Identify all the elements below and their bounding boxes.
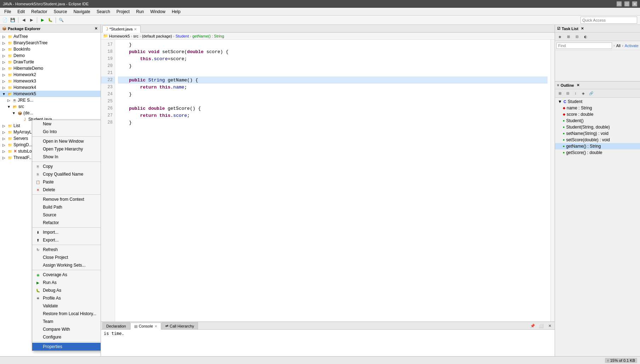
ctx-export[interactable]: ⬆ Export... [32,236,101,244]
tree-homework3[interactable]: ▷ 📁 Homework3 [0,78,101,84]
tree-hibernatedemo[interactable]: ▷ 📁 HibernateDemo [0,65,101,72]
menu-project[interactable]: Project [114,8,132,15]
ctx-build-path[interactable]: Build Path ▶ [32,203,101,211]
console-close-btn[interactable]: ✕ [546,322,553,329]
ctx-remove-from-context[interactable]: Remove from Context Ctrl+Alt+Shift+Down [32,195,101,203]
breadcrumb-part-0[interactable]: 📁 [103,34,108,38]
toolbar-save-btn[interactable]: 💾 [9,17,16,24]
task-all-label[interactable]: All [616,44,621,48]
ctx-open-type-hierarchy[interactable]: Open Type Hierarchy F4 [32,145,101,153]
menu-refactor[interactable]: Refactor [28,8,50,15]
tree-avltree[interactable]: ▷ 📁 AvlTree [0,33,101,40]
breadcrumb-method[interactable]: getName() : String [192,34,224,38]
editor-scrollbar[interactable] [550,40,555,322]
ctx-coverage-as[interactable]: ◉ Coverage As ▶ [32,271,101,279]
outline-score-field[interactable]: ◆ score : double [555,111,640,118]
ctx-paste[interactable]: 📋 Paste Ctrl+V [32,178,101,186]
ctx-profile-as[interactable]: ✳ Profile As ▶ [32,294,101,302]
menu-search[interactable]: Search [94,8,113,15]
ctx-copy-qualified-name[interactable]: ⎘ Copy Qualified Name [32,170,101,178]
outline-getscore[interactable]: ● getScore() : double [555,149,640,156]
ctx-delete[interactable]: ✕ Delete Delete [32,186,101,194]
ctx-compare-with[interactable]: Compare With ▶ [32,325,101,333]
console-tab-close[interactable]: ✕ [154,324,157,328]
menu-edit[interactable]: Edit [15,8,28,15]
ctx-refactor[interactable]: Refactor Alt+Shift+T › [32,219,101,227]
quick-access-input[interactable] [582,18,635,22]
ctx-properties[interactable]: Properties Alt+Enter [32,343,101,351]
tree-jre[interactable]: ▷ ☕ JRE S... [0,97,101,103]
tree-src[interactable]: ▼ 📂 src [0,103,101,110]
package-explorer-close[interactable]: ✕ [94,26,98,31]
ctx-refresh[interactable]: ↻ Refresh F5 [32,246,101,254]
tree-homework2[interactable]: ▷ 📁 Homework2 [0,72,101,78]
breadcrumb-hw5[interactable]: Homework5 [109,34,130,38]
tree-homework5[interactable]: ▼ 📂 Homework5 [0,91,101,97]
ctx-new[interactable]: New ▶ [32,120,101,128]
outline-name-field[interactable]: ◆ name : String [555,105,640,111]
ctx-source[interactable]: Source Alt+Shift+S › [32,211,101,219]
outline-setscore[interactable]: ● setScore(double) : void [555,137,640,143]
status-memory[interactable]: ↑ 15% of 0.1 KB [605,358,637,363]
tree-drawturtle[interactable]: ▷ 📁 DrawTurtle [0,59,101,65]
outline-toolbar-btn-3[interactable]: ↕ [572,90,579,97]
tab-declaration[interactable]: Declaration [102,322,130,329]
menu-file[interactable]: File [1,8,14,15]
menu-help[interactable]: Help [169,8,183,15]
task-activate-label[interactable]: Activate [625,44,639,48]
console-pin-btn[interactable]: 📌 [529,322,536,329]
tree-homework4[interactable]: ▷ 📁 Homework4 [0,84,101,91]
outline-constructor-0[interactable]: ● Student() [555,118,640,124]
ctx-restore-local-history[interactable]: Restore from Local History... [32,310,101,318]
outline-close[interactable]: ✕ [576,83,580,88]
menu-source[interactable]: Source [51,8,70,15]
tree-binarysearchtree[interactable]: ▷ 📁 BinarySearchTree [0,40,101,46]
quick-access-box[interactable] [580,17,637,24]
ctx-configure[interactable]: Configure ▶ [32,333,101,341]
ctx-run-as[interactable]: ▶ Run As ▶ [32,279,101,286]
toolbar-new-btn[interactable]: 📄 [1,17,9,24]
toolbar-search-btn[interactable]: 🔍 [58,17,65,24]
toolbar-run-btn[interactable]: ▶ [39,17,46,24]
breadcrumb-src[interactable]: src [133,34,138,38]
ctx-team[interactable]: Team ▶ [32,318,101,325]
tab-student-java[interactable]: J *Student.java ✕ [102,25,141,33]
ctx-assign-working-sets[interactable]: Assign Working Sets... [32,261,101,269]
console-maximize-btn[interactable]: ⬜ [538,322,545,329]
outline-setname[interactable]: ● setName(String) : void [555,130,640,137]
menu-window[interactable]: Window [147,8,168,15]
breadcrumb-class[interactable]: Student [175,34,189,38]
minimize-button[interactable]: ─ [617,1,622,6]
maximize-button[interactable]: □ [624,1,629,6]
ctx-debug-as[interactable]: 🐛 Debug As ▶ [32,286,101,294]
ctx-go-into[interactable]: Go Into [32,128,101,136]
outline-student-class[interactable]: ▼ C Student [555,98,640,105]
outline-toolbar-btn-1[interactable]: ⊞ [556,90,563,97]
outline-toolbar-btn-4[interactable]: ◈ [580,90,587,97]
menu-run[interactable]: Run [133,8,147,15]
tab-console[interactable]: ▤ Console ✕ [130,323,161,330]
ctx-close-project[interactable]: Close Project [32,254,101,261]
close-button[interactable]: ✕ [632,1,637,6]
toolbar-debug-btn[interactable]: 🐛 [47,17,54,24]
tree-bookinfo[interactable]: ▷ 📁 BookInfo [0,46,101,52]
ctx-import[interactable]: ⬇ Import... [32,228,101,236]
ctx-copy[interactable]: ⎘ Copy Ctrl+C [32,163,101,170]
task-toolbar-btn-4[interactable]: ◐ [582,33,589,40]
menu-navigate[interactable]: Navigate [70,8,93,15]
task-find-input[interactable] [556,42,612,49]
tab-call-hierarchy[interactable]: ⇄ Call Hierarchy [162,322,198,329]
breadcrumb-pkg[interactable]: (default package) [142,34,172,38]
tree-demo[interactable]: ▷ 📁 Demo [0,52,101,59]
outline-toolbar-btn-2[interactable]: ⊟ [564,90,571,97]
ctx-open-new-window[interactable]: Open in New Window [32,137,101,145]
editor-tab-close[interactable]: ✕ [134,27,137,31]
outline-toolbar-btn-5[interactable]: 🔗 [588,90,595,97]
ctx-validate[interactable]: Validate [32,302,101,310]
ctx-show-in[interactable]: Show In Alt+Shift+W › [32,153,101,161]
task-toolbar-btn-1[interactable]: ◈ [556,33,563,40]
code-content[interactable]: } public void setScore(double score) { t… [115,40,550,322]
tree-default-package[interactable]: ▼ 📦 (de... [0,110,101,116]
outline-constructor-1[interactable]: ● Student(String, double) [555,124,640,130]
task-list-close[interactable]: ✕ [580,26,585,31]
